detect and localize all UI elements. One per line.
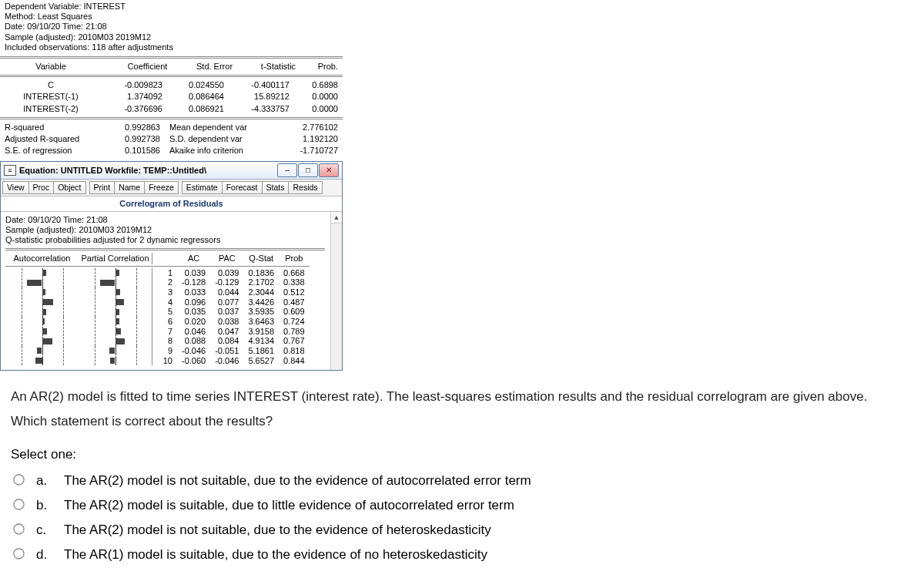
- toolbar-proc-button[interactable]: Proc: [28, 181, 55, 194]
- equation-subwindow: ≡ Equation: UNTITLED Workfile: TEMP::Unt…: [0, 161, 343, 371]
- corr-row: 80.0880.0844.91340.767: [5, 336, 310, 346]
- coef-se: 0.086921: [167, 103, 229, 115]
- toolbar-forecast-button[interactable]: Forecast: [222, 181, 263, 194]
- toolbar-name-button[interactable]: Name: [114, 181, 145, 194]
- coef-var: INTEREST(-1): [0, 91, 102, 102]
- coef-val: 1.374092: [102, 91, 167, 102]
- corr-row: 2-0.128-0.1292.17020.338: [5, 277, 310, 287]
- correlogram-table: AutocorrelationPartial CorrelationACPACQ…: [5, 253, 310, 366]
- prob-cell: 0.668: [279, 268, 310, 278]
- toolbar-print-button[interactable]: Print: [89, 181, 116, 194]
- minimize-button[interactable]: –: [277, 163, 297, 177]
- coef-header-row: Variable Coefficient Std. Error t-Statis…: [0, 61, 343, 72]
- pac-bar: [79, 336, 152, 346]
- option-radio[interactable]: [13, 499, 24, 509]
- option-letter: d.: [36, 547, 52, 563]
- question-text: An AR(2) model is fitted to time series …: [0, 371, 924, 439]
- sample-line: Sample (adjusted): 2010M03 2019M12: [5, 32, 338, 42]
- toolbar-resids-button[interactable]: Resids: [288, 181, 322, 194]
- stats-rows: R-squared0.992863Mean dependent var2.776…: [0, 122, 343, 157]
- coef-row: INTEREST(-2)-0.3766960.086921-4.3337570.…: [0, 103, 343, 115]
- stat-label: S.D. dependent var: [165, 133, 280, 145]
- bar-cell: [81, 287, 150, 297]
- ac-bar: [5, 287, 79, 297]
- lag-cell: 4: [152, 297, 178, 307]
- stat-label: Mean dependent var: [165, 122, 280, 133]
- ac-cell: -0.046: [177, 346, 210, 356]
- lag-cell: 3: [152, 287, 178, 297]
- coef-t: 15.89212: [229, 91, 294, 102]
- stat-value: 0.992863: [102, 122, 165, 133]
- option-b[interactable]: b.The AR(2) model is suitable, due to li…: [9, 493, 924, 518]
- ac-bar: [5, 307, 79, 317]
- coef-p: 0.0000: [294, 103, 343, 115]
- toolbar-freeze-button[interactable]: Freeze: [144, 181, 179, 194]
- ac-bar: [5, 356, 79, 366]
- option-radio[interactable]: [13, 474, 24, 485]
- hdr-ac: AC: [177, 253, 210, 264]
- ac-cell: 0.039: [177, 268, 210, 278]
- hdr-pac: PAC: [210, 253, 243, 264]
- option-c[interactable]: c.The AR(2) model is not suitable, due t…: [9, 518, 924, 543]
- lag-cell: 6: [152, 317, 178, 327]
- prob-cell: 0.844: [279, 356, 310, 366]
- qstat-cell: 4.9134: [243, 336, 279, 346]
- prob-cell: 0.487: [279, 297, 310, 307]
- option-text: The AR(2) model is not suitable, due to …: [64, 522, 491, 538]
- option-a[interactable]: a.The AR(2) model is not suitable, due t…: [9, 469, 924, 493]
- pac-cell: 0.044: [210, 287, 243, 297]
- ac-bar: [5, 277, 79, 287]
- option-text: The AR(2) model is not suitable, due to …: [64, 473, 531, 489]
- bar-cell: [81, 278, 150, 287]
- toolbar-stats-button[interactable]: Stats: [262, 181, 290, 194]
- pac-bar: [79, 346, 152, 356]
- scroll-up-icon[interactable]: ▲: [331, 212, 342, 223]
- bar-cell: [8, 317, 77, 326]
- pac-cell: 0.077: [210, 297, 243, 307]
- coef-var: INTEREST(-2): [0, 103, 102, 115]
- hdr-lag: [152, 253, 178, 264]
- bar-cell: [81, 307, 150, 317]
- bar-cell: [8, 337, 77, 346]
- option-letter: c.: [36, 522, 52, 538]
- rule: [0, 75, 343, 77]
- maximize-button[interactable]: □: [298, 163, 318, 177]
- eviews-output: Dependent Variable: INTEREST Method: Lea…: [0, 0, 343, 371]
- corr-header-row: AutocorrelationPartial CorrelationACPACQ…: [5, 253, 310, 264]
- ac-cell: 0.046: [177, 327, 210, 337]
- pac-bar: [79, 307, 152, 317]
- option-text: The AR(1) model is suitable, due to the …: [64, 547, 487, 563]
- toolbar-estimate-button[interactable]: Estimate: [182, 181, 223, 194]
- bar-cell: [8, 356, 77, 365]
- correlogram-panel: ▲ Date: 09/10/20 Time: 21:08 Sample (adj…: [1, 212, 342, 370]
- ac-bar: [5, 346, 79, 356]
- bar-cell: [81, 346, 150, 355]
- scrollbar[interactable]: ▲: [330, 212, 342, 370]
- prob-cell: 0.789: [279, 327, 310, 337]
- question-line-1: An AR(2) model is fitted to time series …: [11, 385, 913, 409]
- pac-cell: 0.038: [210, 317, 243, 327]
- option-radio[interactable]: [13, 523, 24, 534]
- lag-cell: 8: [152, 336, 178, 346]
- ac-cell: 0.088: [177, 336, 210, 346]
- close-button[interactable]: ✕: [319, 163, 339, 177]
- pac-bar: [79, 268, 152, 278]
- select-one-label: Select one:: [0, 439, 924, 465]
- hdr-coefficient: Coefficient: [102, 61, 172, 72]
- bar-cell: [81, 337, 150, 346]
- option-radio[interactable]: [13, 548, 24, 559]
- coef-row: C-0.0098230.024550-0.4001170.6898: [0, 79, 343, 91]
- hdr-prob: Prob.: [300, 61, 343, 72]
- prob-cell: 0.609: [279, 307, 310, 317]
- toolbar-view-button[interactable]: View: [2, 181, 29, 194]
- corr-row: 9-0.046-0.0515.18610.818: [5, 346, 310, 356]
- toolbar-object-button[interactable]: Object: [53, 181, 85, 194]
- subwindow-titlebar[interactable]: ≡ Equation: UNTITLED Workfile: TEMP::Unt…: [1, 162, 342, 180]
- lag-cell: 1: [152, 268, 178, 278]
- coef-t: -0.400117: [229, 79, 294, 91]
- stats-row: Adjusted R-squared0.992738S.D. dependent…: [0, 133, 343, 145]
- option-d[interactable]: d.The AR(1) model is suitable, due to th…: [9, 543, 924, 567]
- date-time-line: Date: 09/10/20 Time: 21:08: [5, 22, 338, 32]
- option-letter: b.: [36, 498, 52, 513]
- prob-cell: 0.767: [279, 336, 310, 346]
